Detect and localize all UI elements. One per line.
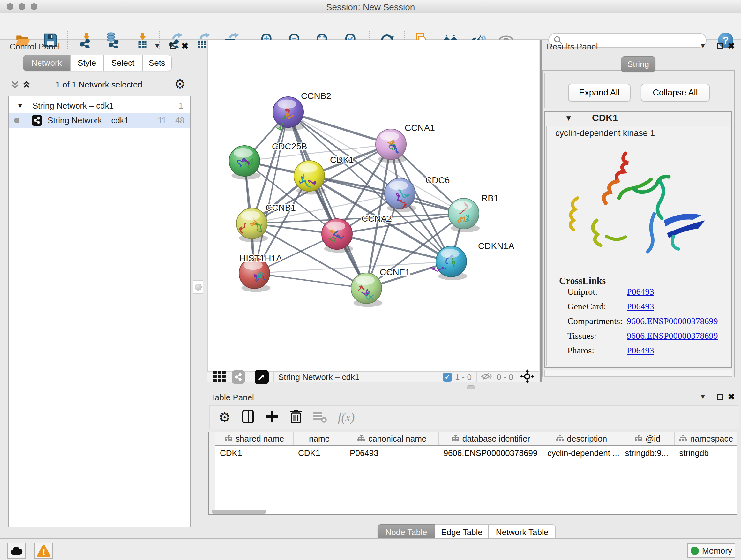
collapse-all-button[interactable]: Collapse All — [641, 84, 710, 102]
tree-collapse-caret-icon[interactable]: ▼ — [17, 102, 23, 110]
toolbar-separator — [250, 372, 250, 382]
gene-card-caret-icon[interactable]: ▼ — [565, 114, 572, 123]
table-panel-title: Table Panel — [211, 393, 254, 402]
delete-table-icon[interactable] — [313, 410, 327, 424]
birdseye-view-icon[interactable] — [255, 370, 269, 384]
tree-hierarchy-icon — [635, 434, 643, 444]
table-cell[interactable]: CDK1 — [215, 446, 293, 460]
column-header-shared-name[interactable]: shared name — [215, 432, 293, 445]
tab-style[interactable]: Style — [70, 55, 104, 71]
fit-content-crosshair-icon[interactable] — [520, 369, 534, 385]
import-table-icon[interactable] — [134, 32, 151, 49]
network-node-CCNA1[interactable] — [376, 129, 407, 163]
tab-sets[interactable]: Sets — [142, 55, 172, 71]
tab-network-table[interactable]: Network Table — [488, 524, 556, 540]
tab-string[interactable]: String — [621, 56, 656, 72]
tree-hierarchy-icon — [679, 434, 687, 444]
import-network-from-database-icon[interactable] — [105, 32, 122, 49]
tab-network[interactable]: Network — [23, 55, 70, 71]
delete-column-icon[interactable] — [289, 409, 303, 425]
share-view-icon[interactable] — [232, 370, 245, 384]
warning-status-button[interactable] — [35, 543, 53, 559]
column-header-canonical-name[interactable]: canonical name — [345, 432, 439, 445]
results-panel-menu-icon[interactable]: ▾ — [701, 41, 705, 51]
network-node-CCNB2[interactable] — [273, 97, 305, 131]
table-panel-menu-icon[interactable]: ▾ — [701, 391, 705, 401]
memory-status-button[interactable]: Memory — [687, 543, 735, 558]
table-cell[interactable]: CDK1 — [293, 446, 345, 460]
column-header-description[interactable]: description — [543, 432, 620, 445]
memory-status-dot-icon — [690, 547, 699, 555]
tree-hierarchy-icon — [225, 434, 232, 444]
function-builder-icon[interactable]: f(x) — [338, 410, 355, 424]
toolbar-separator — [476, 372, 477, 382]
selected-node-edge-counts: 1 - 0 — [455, 372, 472, 382]
table-options-gear-icon[interactable]: ⚙ — [219, 410, 231, 425]
node-label-CDKN1A: CDKN1A — [478, 241, 515, 251]
tab-select[interactable]: Select — [104, 55, 142, 71]
network-row-selected[interactable]: String Network – cdk1 11 48 — [9, 113, 190, 128]
table-row[interactable]: CDK1CDK1P064939606.ENSP00000378699cyclin… — [215, 446, 737, 460]
crosslink-value-link[interactable]: 9606.ENSP00000378699 — [627, 316, 718, 326]
table-cell[interactable]: stringdb — [675, 446, 737, 460]
crosslink-value-link[interactable]: P06493 — [627, 346, 654, 356]
network-node-CCNE1[interactable] — [351, 273, 383, 307]
network-type-icon — [31, 115, 43, 126]
results-panel-close-icon[interactable]: ✖ — [728, 41, 735, 51]
column-header-name[interactable]: name — [293, 432, 345, 445]
selected-checkbox-icon[interactable]: ✓ — [443, 373, 452, 381]
crosslink-value-link[interactable]: P06493 — [627, 287, 654, 297]
network-node-CCNA2[interactable] — [322, 219, 353, 253]
network-collection-row[interactable]: ▼ String Network – cdk1 1 — [9, 98, 190, 113]
expand-all-button[interactable]: Expand All — [568, 84, 630, 102]
network-view-toolbar: String Network – cdk1 ✓ 1 - 0 0 - 0 — [207, 371, 539, 382]
main-toolbar: ? — [0, 13, 741, 40]
network-node-RB1[interactable] — [448, 198, 480, 232]
network-options-gear-icon[interactable]: ⚙ — [174, 77, 186, 91]
table-hscrollbar-thumb[interactable] — [212, 509, 266, 514]
expand-all-tree-icon[interactable] — [10, 79, 20, 91]
collapse-all-tree-icon[interactable] — [21, 79, 32, 91]
table-cell[interactable]: P06493 — [345, 446, 439, 460]
network-node-CDK1[interactable] — [294, 161, 326, 194]
hidden-eye-icon[interactable] — [481, 371, 494, 383]
control-panel-menu-icon[interactable]: ▾ — [155, 41, 159, 51]
table-panel-close-icon[interactable]: ✖ — [728, 392, 735, 402]
crosslinks-list: Uniprot:P06493GeneCard:P06493Compartment… — [546, 287, 730, 363]
column-header-database-identifier[interactable]: database identifier — [439, 432, 543, 445]
network-node-CDC25B[interactable] — [229, 145, 261, 179]
node-label-CCNB2: CCNB2 — [301, 91, 331, 101]
show-columns-icon[interactable] — [241, 409, 256, 425]
node-label-RB1: RB1 — [481, 193, 498, 203]
table-cell[interactable]: stringdb:9... — [620, 446, 675, 460]
table-cell[interactable]: cyclin-dependent ... — [543, 446, 620, 460]
column-header--id[interactable]: @id — [620, 432, 675, 445]
table-panel-float-icon[interactable] — [717, 394, 723, 400]
crosslink-value-link[interactable]: 9606.ENSP00000378699 — [627, 331, 718, 341]
grid-view-icon[interactable] — [212, 369, 226, 385]
network-tree: ▼ String Network – cdk1 1 String Network… — [8, 96, 191, 527]
tab-edge-table[interactable]: Edge Table — [435, 524, 488, 540]
results-panel-title: Results Panel — [547, 42, 598, 52]
node-label-CCNB1: CCNB1 — [266, 203, 296, 212]
crosslink-value-link[interactable]: P06493 — [627, 301, 654, 312]
tab-node-table[interactable]: Node Table — [378, 524, 435, 540]
add-column-icon[interactable] — [265, 410, 279, 425]
left-divider-grip[interactable] — [193, 280, 203, 294]
horizontal-divider-grip[interactable] — [467, 385, 475, 389]
control-panel-float-icon[interactable] — [171, 43, 177, 49]
tree-hierarchy-icon — [452, 434, 459, 444]
network-graph[interactable]: CCNB2CCNA1CDC25BCDK1CDC6RB1CCNB1CCNA2CDK… — [207, 40, 539, 371]
network-node-CCNB1[interactable] — [237, 208, 268, 242]
control-panel-close-icon[interactable]: ✖ — [181, 41, 189, 51]
crosslink-row: Pharos:P06493 — [546, 346, 725, 360]
column-header-namespace[interactable]: namespace — [675, 432, 737, 445]
results-panel-float-icon[interactable] — [717, 43, 723, 49]
network-node-CDC6[interactable] — [385, 178, 416, 212]
import-network-icon[interactable] — [78, 32, 95, 49]
table-cell[interactable]: 9606.ENSP00000378699 — [439, 446, 543, 460]
collection-count: 1 — [179, 101, 183, 111]
table-toolbar: ⚙ f(x) — [209, 406, 739, 429]
cloud-status-button[interactable] — [7, 543, 25, 559]
results-divider[interactable] — [540, 40, 542, 382]
